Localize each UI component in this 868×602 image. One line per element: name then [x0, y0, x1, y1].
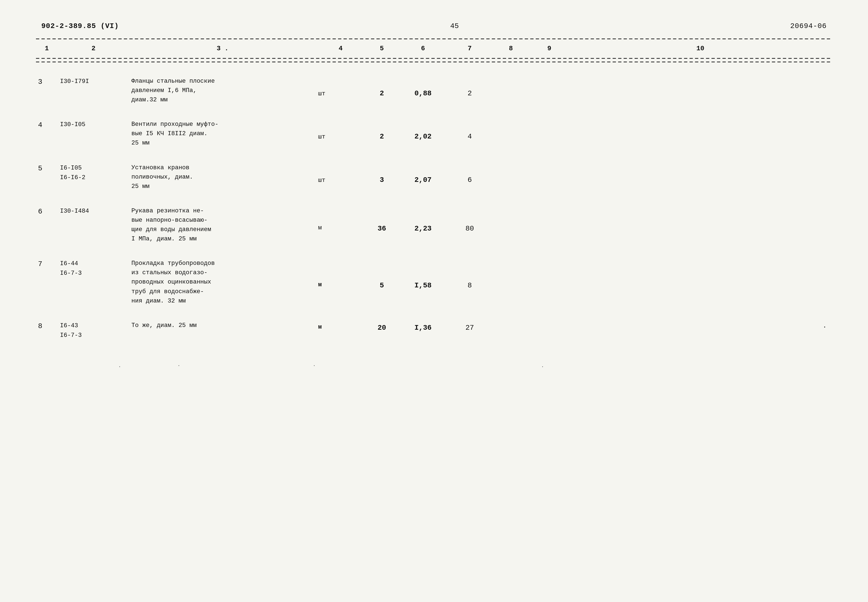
row-7-desc: Прокладка трубопроводовиз стальных водог… [129, 258, 316, 306]
row-8-num: 8 [36, 320, 58, 332]
row-7-total: 8 [448, 258, 492, 292]
table-row: 4 I30-I05 Вентили проходные муфто-вые I5… [36, 111, 832, 154]
col-9-header: 9 [530, 43, 569, 54]
row-4-c9 [530, 119, 569, 120]
row-3-num: 3 [36, 76, 58, 88]
data-rows: 3 I30-I79I Фланцы стальные плоскиедавлен… [36, 68, 832, 347]
row-7-price: I,58 [398, 258, 448, 292]
row-6-qty: 36 [366, 206, 398, 235]
row-7-c8 [492, 258, 530, 260]
row-5-unit: шт [316, 163, 366, 186]
col-5-header: 5 [366, 43, 398, 54]
row-3-unit: шт [316, 76, 366, 99]
row-8-c10: . [569, 320, 832, 331]
row-5-qty: 3 [366, 163, 398, 186]
table-row: 8 I6-43I6-7-3 То же, диам. 25 мм м 20 I,… [36, 312, 832, 347]
col-2-header: 2 [58, 43, 129, 54]
table-row: 7 I6-44I6-7-3 Прокладка трубопроводовиз … [36, 250, 832, 312]
col-1-header: 1 [36, 43, 58, 54]
second-dashed-line [36, 61, 832, 62]
row-5-num: 5 [36, 163, 58, 175]
row-4-c8 [492, 119, 530, 120]
row-3-desc: Фланцы стальные плоскиедавлением I,6 МПа… [129, 76, 316, 105]
row-6-total: 80 [448, 206, 492, 235]
row-7-qty: 5 [366, 258, 398, 292]
row-3-qty: 2 [366, 76, 398, 100]
row-3-c10 [569, 76, 832, 77]
row-4-desc: Вентили проходные муфто-вые I5 КЧ I8II2 … [129, 119, 316, 148]
header-right: 20694-06 [790, 22, 827, 30]
row-8-qty: 20 [366, 320, 398, 334]
row-6-c8 [492, 206, 530, 207]
col-6-header: 6 [398, 43, 448, 54]
row-8-code: I6-43I6-7-3 [58, 320, 129, 341]
row-8-c9 [530, 320, 569, 321]
row-5-total: 6 [448, 163, 492, 186]
row-6-c10 [569, 206, 832, 207]
table-row: 3 I30-I79I Фланцы стальные плоскиедавлен… [36, 68, 832, 111]
row-8-unit: м [316, 320, 366, 332]
col-4-header: 4 [316, 43, 366, 54]
row-3-total: 2 [448, 76, 492, 100]
row-3-c9 [530, 76, 569, 77]
row-3-price: 0,88 [398, 76, 448, 100]
row-5-c10 [569, 163, 832, 164]
page-container: 902-2-389.85 (VI) 45 20694-06 1 2 3 . 4 … [36, 22, 832, 369]
row-5-code: I6-I05I6-I6-2 [58, 163, 129, 183]
col-7-header: 7 [448, 43, 492, 54]
col-3-header: 3 . [129, 43, 316, 54]
row-5-c8 [492, 163, 530, 164]
row-4-c10 [569, 119, 832, 120]
row-7-num: 7 [36, 258, 58, 270]
row-6-num: 6 [36, 206, 58, 218]
row-7-c9 [530, 258, 569, 260]
table-row: 6 I30-I484 Рукава резинотка не-вые напор… [36, 198, 832, 250]
row-7-unit: м [316, 258, 366, 290]
row-8-price: I,36 [398, 320, 448, 334]
row-4-qty: 2 [366, 119, 398, 143]
row-6-c9 [530, 206, 569, 207]
row-6-price: 2,23 [398, 206, 448, 235]
row-4-code: I30-I05 [58, 119, 129, 130]
col-8-header: 8 [492, 43, 530, 54]
row-7-code: I6-44I6-7-3 [58, 258, 129, 279]
row-5-price: 2,07 [398, 163, 448, 186]
row-6-desc: Рукава резинотка не-вые напорно-всасываю… [129, 206, 316, 244]
row-8-desc: То же, диам. 25 мм [129, 320, 316, 331]
col-10-header: 10 [569, 43, 832, 54]
row-3-c8 [492, 76, 530, 77]
row-4-unit: шт [316, 119, 366, 142]
row-8-c8 [492, 320, 530, 321]
header-row: 902-2-389.85 (VI) 45 20694-06 [36, 22, 832, 30]
top-dashed-line [36, 38, 832, 39]
header-left: 902-2-389.85 (VI) [41, 22, 119, 30]
row-6-unit: м [316, 206, 366, 233]
row-3-code: I30-I79I [58, 76, 129, 87]
row-5-c9 [530, 163, 569, 164]
row-7-c10 [569, 258, 832, 260]
row-5-desc: Установка крановполивочных, диам.25 мм [129, 163, 316, 192]
row-4-num: 4 [36, 119, 58, 131]
col-header-nums: 1 2 3 . 4 5 6 7 8 9 10 [36, 40, 832, 57]
header-center: 45 [450, 22, 459, 30]
row-4-total: 4 [448, 119, 492, 143]
row-6-code: I30-I484 [58, 206, 129, 217]
bottom-dots: . · · . [36, 363, 832, 369]
column-headers: 1 2 3 . 4 5 6 7 8 9 10 [36, 38, 832, 62]
row-8-total: 27 [448, 320, 492, 334]
table-row: 5 I6-I05I6-I6-2 Установка крановполивочн… [36, 154, 832, 198]
row-4-price: 2,02 [398, 119, 448, 143]
